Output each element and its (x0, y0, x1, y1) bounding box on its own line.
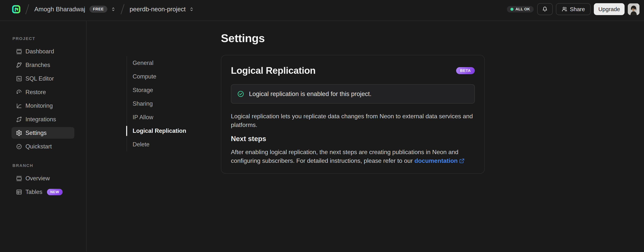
monitoring-icon (16, 102, 22, 109)
org-switcher-chevrons-icon[interactable] (111, 6, 116, 12)
check-circle-icon (237, 90, 244, 98)
avatar-image (628, 4, 640, 15)
share-users-icon (562, 6, 568, 12)
sidebar-item-branches[interactable]: Branches (12, 59, 74, 71)
neon-logo-icon[interactable] (12, 4, 20, 14)
documentation-link-label: documentation (414, 157, 458, 164)
org-name[interactable]: Amogh Bharadwaj (34, 6, 85, 13)
sidebar-item-overview[interactable]: Overview (12, 172, 74, 184)
dashboard-icon (16, 48, 22, 55)
sidebar-item-restore[interactable]: Restore (12, 86, 74, 98)
logical-replication-card: Logical Replication BETA Logical replica… (221, 55, 485, 174)
settings-nav-ip-allow[interactable]: IP Allow (127, 110, 206, 124)
sidebar-item-integrations[interactable]: Integrations (12, 114, 74, 125)
next-steps-title: Next steps (231, 135, 475, 143)
settings-nav-compute[interactable]: Compute (127, 70, 206, 83)
settings-nav-general[interactable]: General (127, 56, 206, 70)
sidebar-item-sql-editor[interactable]: SQL Editor (12, 73, 74, 84)
avatar[interactable] (628, 4, 640, 15)
branches-icon (16, 62, 22, 68)
sidebar-item-label: Settings (26, 130, 46, 136)
restore-icon (16, 89, 22, 96)
alert-text: Logical replication is enabled for this … (249, 90, 372, 98)
status-badge[interactable]: ALL OK (507, 6, 534, 12)
tables-icon (16, 189, 22, 195)
card-title: Logical Replication (231, 65, 316, 76)
sidebar-item-label: Restore (26, 89, 46, 96)
sidebar: PROJECT Dashboard Branches SQL Editor Re… (0, 21, 86, 252)
bell-icon (542, 6, 548, 12)
top-bar-actions: ALL OK Share Upgrade (507, 3, 640, 15)
sidebar-item-label: Tables (26, 188, 42, 196)
overview-icon (16, 175, 22, 182)
share-button-label: Share (570, 6, 585, 12)
notifications-button[interactable] (537, 3, 553, 15)
sidebar-item-label: Dashboard (26, 48, 54, 55)
settings-nav-sharing[interactable]: Sharing (127, 97, 206, 110)
settings-subnav: General Compute Storage Sharing IP Allow… (126, 56, 206, 151)
sidebar-item-settings[interactable]: Settings (12, 127, 74, 139)
sidebar-section-project: PROJECT (12, 36, 86, 41)
app-shell: PROJECT Dashboard Branches SQL Editor Re… (0, 21, 644, 252)
sidebar-item-label: SQL Editor (26, 75, 54, 82)
quickstart-icon (16, 143, 22, 150)
gear-icon (16, 130, 22, 136)
breadcrumb-separator (25, 4, 29, 14)
share-button[interactable]: Share (556, 3, 590, 15)
sidebar-section-branch: BRANCH (12, 163, 86, 168)
sql-editor-icon (16, 76, 22, 82)
main-content: Settings Logical Replication BETA Logica… (221, 21, 485, 174)
top-bar: Amogh Bharadwaj FREE peerdb-neon-project… (0, 0, 644, 21)
page-title: Settings (221, 32, 485, 45)
upgrade-button[interactable]: Upgrade (594, 3, 624, 15)
project-name[interactable]: peerdb-neon-project (130, 6, 186, 13)
replication-description: Logical replication lets you replicate d… (231, 112, 475, 129)
sidebar-item-label: Integrations (26, 116, 56, 123)
settings-nav-storage[interactable]: Storage (127, 83, 206, 97)
sidebar-item-quickstart[interactable]: Quickstart (12, 141, 74, 152)
project-switcher-chevrons-icon[interactable] (189, 6, 194, 12)
integrations-icon (16, 116, 22, 122)
status-badge-label: ALL OK (516, 7, 530, 11)
status-dot-icon (510, 8, 514, 11)
sidebar-item-label: Overview (26, 175, 50, 182)
breadcrumb-separator (120, 4, 124, 14)
beta-badge: BETA (456, 67, 475, 74)
upgrade-button-label: Upgrade (598, 6, 620, 12)
sidebar-item-monitoring[interactable]: Monitoring (12, 100, 74, 112)
sidebar-item-tables[interactable]: Tables NEW (12, 186, 74, 198)
documentation-link[interactable]: documentation (414, 157, 464, 164)
external-link-icon (459, 158, 464, 164)
sidebar-item-label: Monitoring (26, 102, 53, 109)
settings-nav-delete[interactable]: Delete (127, 138, 206, 151)
settings-nav-logical-replication[interactable]: Logical Replication (127, 124, 206, 138)
new-badge: NEW (47, 189, 63, 195)
sidebar-item-label: Quickstart (26, 143, 52, 150)
sidebar-item-label: Branches (26, 62, 50, 68)
plan-badge: FREE (90, 6, 107, 13)
sidebar-item-dashboard[interactable]: Dashboard (12, 46, 74, 57)
replication-enabled-alert: Logical replication is enabled for this … (231, 84, 475, 104)
breadcrumb: Amogh Bharadwaj FREE peerdb-neon-project (12, 4, 507, 14)
next-steps-text: After enabling logical replication, the … (231, 148, 475, 165)
